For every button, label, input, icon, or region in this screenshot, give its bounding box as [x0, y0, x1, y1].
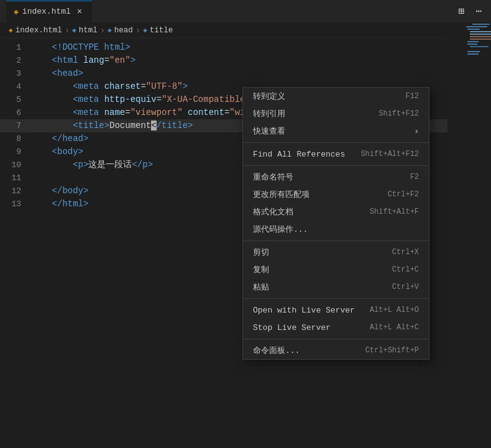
breadcrumb-item-file[interactable]: ◈ index.html: [9, 26, 62, 35]
line-number-4: 4: [0, 80, 31, 93]
line-number-9: 9: [0, 145, 31, 158]
breadcrumb: ◈ index.html › ◈ html › ◈ head › ◈ title: [0, 22, 491, 39]
menu-item-goto-reference-label: 转到引用: [253, 108, 364, 119]
line-number-1: 1: [0, 41, 31, 54]
menu-item-copy-shortcut: Ctrl+C: [392, 265, 419, 274]
menu-divider-3: [243, 240, 429, 241]
menu-item-copy[interactable]: 复制 Ctrl+C: [243, 261, 429, 278]
tab-close-button[interactable]: ×: [75, 7, 85, 17]
menu-item-open-live-server-label: Open with Live Server: [253, 306, 355, 315]
menu-item-goto-reference[interactable]: 转到引用 Shift+F12: [243, 105, 429, 122]
svg-rect-7: [467, 41, 479, 42]
line-1: 1 <!DOCTYPE html>: [0, 41, 491, 54]
menu-item-stop-live-server[interactable]: Stop Live Server Alt+L Alt+C: [243, 319, 429, 336]
menu-item-find-references-shortcut: Shift+Alt+F12: [360, 150, 419, 158]
menu-item-stop-live-server-shortcut: Alt+L Alt+C: [370, 323, 419, 332]
title-bar-actions: ⊞ ⋯: [455, 5, 485, 17]
line-content-3: <head>: [31, 67, 485, 80]
menu-item-source-action[interactable]: 源代码操作...: [243, 221, 429, 238]
svg-rect-4: [470, 34, 491, 35]
editor-tab[interactable]: ◈ index.html ×: [6, 1, 92, 22]
svg-rect-9: [470, 46, 489, 47]
line-number-12: 12: [0, 185, 31, 198]
menu-divider-4: [243, 298, 429, 299]
menu-item-rename-symbol-shortcut: F2: [410, 173, 419, 181]
line-number-10: 10: [0, 158, 31, 171]
menu-item-command-palette[interactable]: 命令面板... Ctrl+Shift+P: [243, 342, 429, 359]
menu-item-change-all[interactable]: 更改所有匹配项 Ctrl+F2: [243, 186, 429, 203]
svg-rect-1: [466, 26, 487, 27]
menu-item-format-doc[interactable]: 格式化文档 Shift+Alt+F: [243, 203, 429, 221]
menu-item-paste-label: 粘贴: [253, 281, 377, 293]
file-icon: ◈: [14, 7, 19, 17]
menu-item-command-palette-shortcut: Ctrl+Shift+P: [365, 346, 419, 355]
menu-item-cut[interactable]: 剪切 Ctrl+X: [243, 244, 429, 261]
breadcrumb-separator-3: ›: [135, 25, 140, 35]
line-number-13: 13: [0, 198, 31, 211]
line-number-7: 7: [0, 119, 31, 132]
menu-item-find-references[interactable]: Find All References Shift+Alt+F12: [243, 145, 429, 163]
svg-rect-2: [467, 29, 480, 30]
minimap: [447, 22, 491, 147]
breadcrumb-item-head[interactable]: ◈ head: [108, 26, 133, 35]
line-number-11: 11: [0, 171, 31, 185]
menu-item-quick-look[interactable]: 快速查看 ›: [243, 122, 429, 140]
minimap-svg: [447, 22, 491, 72]
menu-item-goto-reference-shortcut: Shift+F12: [379, 109, 419, 118]
line-number-3: 3: [0, 67, 31, 80]
menu-item-source-action-label: 源代码操作...: [253, 224, 404, 235]
menu-item-goto-definition-label: 转到定义: [253, 91, 390, 102]
menu-item-stop-live-server-label: Stop Live Server: [253, 323, 355, 332]
menu-item-format-doc-shortcut: Shift+Alt+F: [370, 208, 419, 216]
head-breadcrumb-icon: ◈: [108, 26, 112, 34]
more-actions-icon[interactable]: ⋯: [472, 5, 485, 17]
menu-item-copy-label: 复制: [253, 264, 377, 275]
breadcrumb-item-html[interactable]: ◈ html: [72, 26, 98, 35]
menu-item-rename-symbol-label: 重命名符号: [253, 171, 395, 183]
breadcrumb-file-label: index.html: [16, 26, 62, 35]
line-number-2: 2: [0, 54, 31, 67]
menu-item-open-live-server[interactable]: Open with Live Server Alt+L Alt+O: [243, 301, 429, 319]
breadcrumb-item-title[interactable]: ◈ title: [143, 26, 173, 35]
menu-item-open-live-server-shortcut: Alt+L Alt+O: [370, 306, 419, 314]
line-number-6: 6: [0, 106, 31, 119]
menu-divider-5: [243, 339, 429, 339]
menu-item-change-all-shortcut: Ctrl+F2: [388, 190, 419, 199]
menu-item-cut-label: 剪切: [253, 247, 377, 258]
svg-rect-3: [470, 31, 491, 32]
line-3: 3 <head>: [0, 67, 491, 80]
menu-divider-1: [243, 142, 429, 143]
menu-item-quick-look-label: 快速查看: [253, 126, 414, 137]
svg-rect-11: [467, 53, 479, 55]
split-editor-icon[interactable]: ⊞: [455, 5, 467, 17]
svg-rect-8: [467, 43, 477, 45]
menu-item-command-palette-label: 命令面板...: [253, 345, 351, 356]
menu-item-paste-shortcut: Ctrl+V: [392, 283, 419, 291]
breadcrumb-html-label: html: [79, 26, 98, 35]
svg-rect-6: [470, 39, 491, 40]
file-breadcrumb-icon: ◈: [9, 26, 13, 34]
line-content-1: <!DOCTYPE html>: [31, 41, 485, 54]
menu-item-paste[interactable]: 粘贴 Ctrl+V: [243, 278, 429, 296]
breadcrumb-separator-2: ›: [100, 25, 105, 35]
menu-item-cut-shortcut: Ctrl+X: [392, 248, 419, 257]
title-breadcrumb-icon: ◈: [143, 26, 147, 34]
html-breadcrumb-icon: ◈: [72, 26, 76, 34]
tab-label: index.html: [22, 7, 71, 16]
breadcrumb-title-label: title: [150, 26, 173, 35]
context-menu: 转到定义 F12 转到引用 Shift+F12 快速查看 › Find All …: [242, 87, 429, 360]
breadcrumb-separator-1: ›: [65, 25, 70, 35]
svg-rect-0: [472, 24, 490, 25]
menu-divider-2: [243, 165, 429, 166]
menu-item-rename-symbol[interactable]: 重命名符号 F2: [243, 168, 429, 186]
menu-item-find-references-label: Find All References: [253, 150, 346, 159]
title-bar: ◈ index.html × ⊞ ⋯: [0, 0, 491, 22]
menu-item-format-doc-label: 格式化文档: [253, 206, 355, 217]
line-content-2: <html lang="en">: [31, 54, 485, 67]
svg-rect-5: [470, 36, 491, 37]
line-number-5: 5: [0, 93, 31, 106]
breadcrumb-head-label: head: [114, 26, 133, 35]
menu-item-change-all-label: 更改所有匹配项: [253, 189, 373, 200]
svg-rect-10: [467, 51, 480, 52]
menu-item-goto-definition[interactable]: 转到定义 F12: [243, 88, 429, 105]
